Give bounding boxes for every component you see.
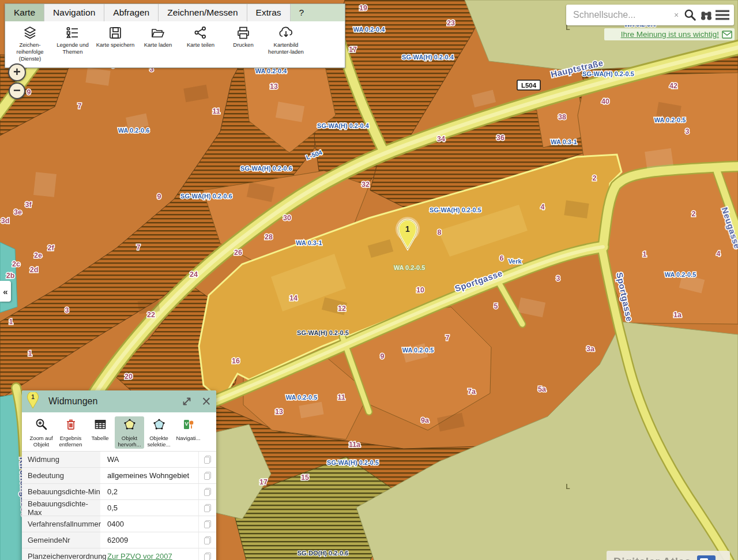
navigation-icon: V <box>182 418 195 434</box>
house-number-label: 5a <box>538 385 547 393</box>
zoning-label: WA 0.2-0.5 <box>286 394 318 401</box>
zoom-out-button[interactable]: − <box>9 82 25 99</box>
house-number-label: 11 <box>212 107 220 115</box>
house-number-label: 4 <box>717 250 721 258</box>
house-number-label: 2 <box>593 174 597 182</box>
pzvo-link[interactable]: Zur PZVO vor 2007 <box>107 552 172 560</box>
toolbar-button-label: Karte teilen <box>187 42 214 48</box>
printer-icon <box>236 25 251 40</box>
toolbar-button-label: Karte laden <box>144 42 172 48</box>
panel-toolbar: Zoom auf Objekt Ergebnis entfernen <box>22 412 216 451</box>
select-objects-button[interactable]: Objekte selektie... <box>144 416 174 449</box>
house-number-label: 2 <box>692 210 696 218</box>
house-number-label: 12 <box>338 305 346 313</box>
house-number-label: 28 <box>265 233 273 241</box>
menu-toolbar: Zeichen-reihenfolge (Dienste) Legende un… <box>5 21 345 67</box>
house-number-label: 3f <box>25 201 32 209</box>
toolbar-button-kartenbild-herunterladen[interactable]: Kartenbild herunter-laden <box>265 25 307 55</box>
menu-hamburger-icon[interactable] <box>714 6 731 24</box>
copy-icon[interactable] <box>199 548 216 560</box>
panel-title: Widmungen <box>48 396 97 407</box>
zoning-label: WA 0.3-1 <box>551 138 577 145</box>
house-number-label: 3 <box>556 275 560 283</box>
panel-header[interactable]: 1 Widmungen × <box>22 390 216 412</box>
zoom-to-object-button[interactable]: Zoom auf Objekt <box>27 416 56 449</box>
feedback-banner: Ihre Meinung ist uns wichtig! <box>604 28 735 40</box>
svg-text:V: V <box>184 421 188 427</box>
widmungen-result-panel: 1 Widmungen × Zoom auf Objekt <box>22 390 216 560</box>
navigation-button[interactable]: V Navigati... <box>174 416 203 442</box>
house-number-label: 32 <box>362 181 370 189</box>
zoning-label: SG-WA(H) 0.2-0.5 <box>297 329 349 336</box>
clear-search-icon[interactable]: × <box>671 6 682 24</box>
table-row: Verfahrensfallnummer 0400 <box>22 516 216 532</box>
copy-icon[interactable] <box>199 484 216 499</box>
copy-icon[interactable] <box>199 452 216 467</box>
zoning-label: SG-WA(H) 0.2-0.4 <box>317 122 370 129</box>
toolbar-button-legende[interactable]: Legende und Themen <box>51 25 94 55</box>
house-number-label: 5 <box>494 302 498 310</box>
toolbar-button-karte-speichern[interactable]: Karte speichern <box>94 25 137 48</box>
result-pin-icon: 1 <box>27 392 39 412</box>
copy-icon[interactable] <box>199 532 216 548</box>
feedback-link[interactable]: Ihre Meinung ist uns wichtig! <box>621 30 719 39</box>
house-number-label: 9a <box>421 416 430 424</box>
house-number-label: 11 <box>337 393 345 401</box>
house-number-label: 2c <box>12 260 20 268</box>
zoning-label: SG-WA(H) 0.2-0.6 <box>240 165 292 172</box>
toolbar-button-drucken[interactable]: Drucken <box>222 25 265 48</box>
remove-result-button[interactable]: Ergebnis entfernen <box>56 416 85 449</box>
toolbar-button-zeichenreihenfolge[interactable]: Zeichen-reihenfolge (Dienste) <box>9 25 51 62</box>
toolbar-button-karte-laden[interactable]: Karte laden <box>137 25 179 48</box>
house-number-label: 3d <box>1 217 10 225</box>
zoning-label: WA 0.2-0.5 <box>654 116 686 123</box>
zoom-in-button[interactable]: + <box>8 63 26 81</box>
select-polygon-icon <box>152 418 166 434</box>
menu-tab-bar: Karte Navigation Abfragen Zeichnen/Messe… <box>5 4 345 21</box>
house-number-label: 1a <box>673 311 682 319</box>
tab-karte[interactable]: Karte <box>5 4 44 21</box>
house-number-label: 22 <box>147 311 155 319</box>
tab-navigation[interactable]: Navigation <box>44 4 104 21</box>
copy-icon[interactable] <box>199 500 216 516</box>
search-input[interactable] <box>572 9 671 21</box>
toolbar-button-karte-teilen[interactable]: Karte teilen <box>179 25 222 48</box>
close-panel-icon[interactable]: × <box>197 390 216 412</box>
sidebar-collapse-button[interactable]: « <box>0 281 11 302</box>
highlight-object-button[interactable]: Objekt hervorh... <box>115 416 144 449</box>
zoning-label: SG-WA(H) 0.2-0.6 <box>180 193 232 200</box>
atlas-logo <box>697 555 716 560</box>
copy-icon[interactable] <box>199 468 216 483</box>
envelope-icon[interactable] <box>722 31 732 39</box>
search-icon[interactable] <box>682 6 698 24</box>
expand-panel-icon[interactable] <box>177 390 197 412</box>
quick-search-bar: × <box>566 5 734 25</box>
binoculars-search-icon[interactable] <box>698 6 714 24</box>
house-number-label: 16 <box>232 357 240 365</box>
legend-icon <box>65 25 80 40</box>
table-view-button[interactable]: Tabelle <box>85 416 115 442</box>
tab-zeichnen-messen[interactable]: Zeichnen/Messen <box>159 4 247 21</box>
zoom-object-icon <box>35 418 48 434</box>
marker-number-label: 1 <box>405 224 410 234</box>
table-icon <box>93 418 107 434</box>
house-number-label: 6 <box>500 254 504 262</box>
tab-abfragen[interactable]: Abfragen <box>104 4 159 21</box>
zoning-label: WA 0.2-0.5 <box>394 264 426 271</box>
house-number-label: 14 <box>289 294 298 302</box>
table-row: Widmung WA <box>22 452 216 468</box>
toolbar-button-label: Kartenbild herunter-laden <box>265 42 307 55</box>
zoning-label: WA 0.2-0.5 <box>402 347 434 354</box>
toolbar-button-label: Legende und Themen <box>51 42 94 55</box>
house-number-label: 3 <box>686 127 690 136</box>
house-number-label: 30 <box>283 214 291 222</box>
copy-icon[interactable] <box>199 516 216 532</box>
folder-open-icon <box>150 25 165 40</box>
tab-extras[interactable]: Extras <box>247 4 291 21</box>
tab-help[interactable]: ? <box>291 4 345 21</box>
house-number-label: 17 <box>259 478 268 486</box>
house-number-label: 9 <box>157 193 161 201</box>
house-number-label: 42 <box>669 82 677 90</box>
main-menu: Karte Navigation Abfragen Zeichnen/Messe… <box>5 3 345 68</box>
house-number-label: 19 <box>359 4 367 12</box>
